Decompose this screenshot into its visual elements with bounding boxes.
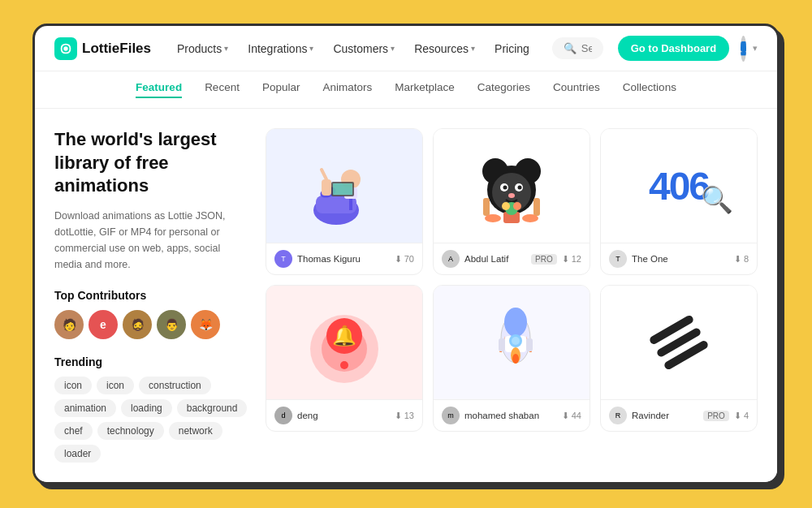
alarm-animation: 🔔 <box>304 294 385 391</box>
hero-title: The world's largest library of free anim… <box>54 128 249 198</box>
contributor-1[interactable]: 🧑 <box>54 310 84 339</box>
contributor-3[interactable]: 🧔 <box>123 310 152 339</box>
card-1-downloads: ⬇ 70 <box>395 254 414 265</box>
stripes-animation <box>649 314 710 371</box>
card-5[interactable]: m mohamed shaban ⬇ 44 <box>433 285 590 432</box>
nav-resources[interactable]: Resources ▾ <box>406 37 483 60</box>
animations-grid: T Thomas Kiguru ⬇ 70 <box>266 128 758 463</box>
svg-text:🔔: 🔔 <box>332 324 356 347</box>
tag-loading[interactable]: loading <box>121 399 172 417</box>
card-4-avatar: d <box>274 407 292 424</box>
card-4-info: d deng ⬇ 13 <box>266 399 422 431</box>
nav-pricing[interactable]: Pricing <box>486 37 538 60</box>
subnav-popular[interactable]: Popular <box>262 81 300 98</box>
card-1[interactable]: T Thomas Kiguru ⬇ 70 <box>266 128 423 275</box>
dashboard-button[interactable]: Go to Dashboard <box>618 36 729 61</box>
tag-construction[interactable]: construction <box>139 377 211 394</box>
card-4-downloads: ⬇ 13 <box>395 411 414 421</box>
svg-point-41 <box>512 354 519 364</box>
svg-point-26 <box>485 214 501 222</box>
svg-line-8 <box>322 170 326 179</box>
subnav-animators[interactable]: Animators <box>322 81 372 98</box>
chevron-down-icon: ▾ <box>224 44 228 53</box>
contributors-row: 🧑 e 🧔 👨 🦊 <box>54 310 249 339</box>
tag-background[interactable]: background <box>177 399 248 417</box>
card-6[interactable]: R Ravinder PRO ⬇ 4 <box>600 285 758 432</box>
svg-rect-7 <box>322 179 331 196</box>
card-2-thumb <box>434 129 590 243</box>
subnav-collections[interactable]: Collections <box>623 81 676 98</box>
tag-network[interactable]: network <box>169 422 222 440</box>
search-icon: 🔍 <box>564 42 577 54</box>
logo-svg <box>58 41 73 56</box>
top-contributors-title: Top Contributors <box>54 289 249 302</box>
card-6-info: R Ravinder PRO ⬇ 4 <box>601 399 757 431</box>
logo[interactable]: LottieFiles <box>54 37 151 60</box>
subnav-marketplace[interactable]: Marketplace <box>395 81 455 98</box>
search-bar[interactable]: 🔍 <box>552 37 603 59</box>
subnav-recent[interactable]: Recent <box>205 81 240 98</box>
tag-animation[interactable]: animation <box>54 399 116 417</box>
svg-point-18 <box>518 186 522 190</box>
card-6-thumb <box>601 286 757 399</box>
nav-integrations[interactable]: Integrations ▾ <box>240 37 322 60</box>
sub-nav: Featured Recent Popular Animators Market… <box>35 71 777 109</box>
sidebar: The world's largest library of free anim… <box>54 128 249 463</box>
card-2-downloads: ⬇ 12 <box>562 254 581 265</box>
contributor-4[interactable]: 👨 <box>157 310 186 339</box>
svg-point-0 <box>63 46 67 50</box>
card-5-avatar: m <box>442 407 460 424</box>
mouse-animation <box>467 137 556 235</box>
card-3-downloads: ⬇ 8 <box>734 254 749 265</box>
tag-chef[interactable]: chef <box>54 422 93 440</box>
nav-customers[interactable]: Customers ▾ <box>325 37 403 60</box>
tags: icon icon construction animation loading… <box>54 377 249 463</box>
card-6-downloads: ⬇ 4 <box>734 411 749 421</box>
grid: T Thomas Kiguru ⬇ 70 <box>266 128 758 432</box>
card-3-info: T The One ⬇ 8 <box>601 243 757 274</box>
subnav-featured[interactable]: Featured <box>136 81 182 98</box>
card-3-avatar: T <box>609 250 627 268</box>
card-4-thumb: 🔔 <box>266 286 422 399</box>
card-6-avatar: R <box>609 407 627 424</box>
card-2-badge: PRO <box>531 254 557 265</box>
svg-rect-20 <box>483 198 490 216</box>
card-2-author: Abdul Latif <box>464 254 526 264</box>
subnav-countries[interactable]: Countries <box>553 81 600 98</box>
contributor-2[interactable]: e <box>89 310 118 339</box>
card-5-info: m mohamed shaban ⬇ 44 <box>434 399 590 431</box>
subnav-categories[interactable]: Categories <box>477 81 530 98</box>
card-4[interactable]: 🔔 d deng ⬇ 13 <box>266 285 423 432</box>
chevron-down-icon: ▾ <box>391 44 395 53</box>
chevron-down-icon: ▾ <box>471 44 475 53</box>
tag-loader[interactable]: loader <box>54 445 101 463</box>
card-4-author: deng <box>297 411 390 420</box>
person-animation <box>304 137 385 235</box>
contributor-5[interactable]: 🦊 <box>191 310 220 339</box>
svg-point-37 <box>512 337 520 345</box>
svg-rect-21 <box>533 198 540 216</box>
card-1-author: Thomas Kiguru <box>297 254 390 264</box>
search-input[interactable] <box>581 42 592 54</box>
svg-point-19 <box>508 193 515 198</box>
avatar-chevron: ▾ <box>753 43 758 54</box>
svg-rect-42 <box>499 338 505 351</box>
hero-description: Download animations as Lottie JSON, dotL… <box>54 208 249 273</box>
card-3[interactable]: 406 🔍 T The One ⬇ 8 <box>600 128 758 275</box>
card-5-thumb <box>434 286 590 399</box>
card-1-info: T Thomas Kiguru ⬇ 70 <box>266 243 422 274</box>
tag-technology[interactable]: technology <box>97 422 164 440</box>
navbar: LottieFiles Products ▾ Integrations ▾ Cu… <box>35 26 777 71</box>
tag-icon1[interactable]: icon <box>54 377 92 394</box>
svg-rect-43 <box>526 338 533 351</box>
avatar[interactable]: 👤 <box>741 36 746 62</box>
card-5-downloads: ⬇ 44 <box>562 411 581 421</box>
card-5-author: mohamed shaban <box>464 411 557 420</box>
tag-icon2[interactable]: icon <box>97 377 134 394</box>
svg-point-17 <box>503 186 508 190</box>
svg-rect-10 <box>333 183 352 195</box>
card-2[interactable]: A Abdul Latif PRO ⬇ 12 <box>433 128 590 275</box>
nav-products[interactable]: Products ▾ <box>169 37 236 60</box>
card-2-avatar: A <box>442 250 460 268</box>
card-6-author: Ravinder <box>632 411 698 420</box>
